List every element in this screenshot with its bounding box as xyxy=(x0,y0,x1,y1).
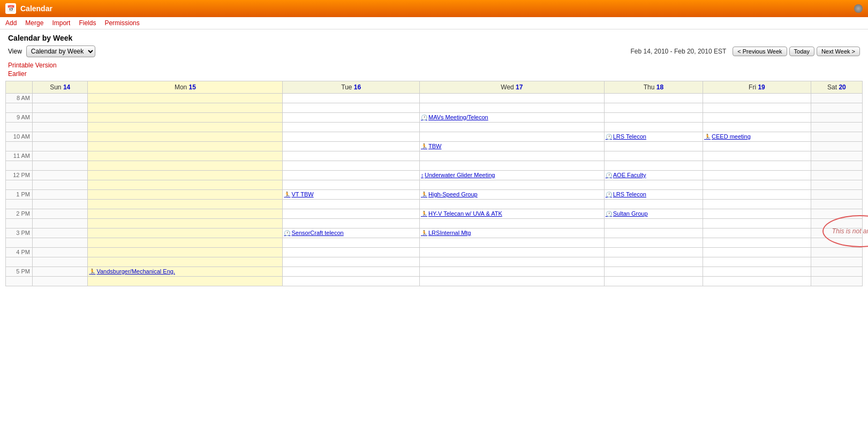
cell-fri-3pm xyxy=(703,229,811,238)
cell-tue-12pm xyxy=(283,171,420,180)
cell-thu-330pm xyxy=(604,238,703,248)
cell-thu-2pm: 🕐Sultan Group xyxy=(604,209,703,219)
sat-date-link[interactable]: 20 xyxy=(839,83,846,91)
printable-version-link[interactable]: Printable Version xyxy=(8,62,860,69)
event-underwater-glider[interactable]: ↕Underwater Glider Meeting xyxy=(421,171,603,179)
cell-sat-430pm xyxy=(811,257,862,267)
header-fri: Fri 19 xyxy=(703,81,811,94)
row-3pm: 3 PM 🕐SensorCraft telecon 🏃LRSInternal M… xyxy=(6,229,863,238)
clock-icon-6: 🕐 xyxy=(284,230,290,236)
earlier-link[interactable]: Earlier xyxy=(8,70,860,78)
time-130pm xyxy=(6,200,33,209)
event-ceed-meeting[interactable]: 🏃CEED meeting xyxy=(704,133,810,140)
cell-wed-11am xyxy=(420,151,605,161)
event-lrs-internal-mtg[interactable]: 🏃LRSInternal Mtg xyxy=(421,229,603,237)
cell-sun-3pm xyxy=(33,229,88,238)
next-week-button[interactable]: Next Week > xyxy=(817,47,860,56)
cell-fri-930am xyxy=(703,123,811,132)
cell-thu-1030am xyxy=(604,142,703,151)
app-title: Calendar xyxy=(20,4,52,13)
menu-permissions[interactable]: Permissions xyxy=(104,19,139,27)
cell-tue-9am xyxy=(283,113,420,123)
mon-date-link[interactable]: 15 xyxy=(189,83,196,91)
event-vt-tbw[interactable]: 🏃VT TBW xyxy=(284,191,418,198)
event-vandsburger[interactable]: 🏃Vandsburger/Mechanical Eng. xyxy=(89,268,281,275)
cell-sat-830am xyxy=(811,103,862,113)
clock-icon-2: 🕐 xyxy=(606,134,612,140)
sun-date-link[interactable]: 14 xyxy=(63,83,70,91)
fri-date-link[interactable]: 19 xyxy=(758,83,765,91)
time-1030am xyxy=(6,142,33,151)
time-11am: 11 AM xyxy=(6,151,33,161)
cell-sat-4pm xyxy=(811,248,862,257)
cell-tue-8am xyxy=(283,94,420,103)
event-lrs-telecon-10[interactable]: 🕐LRS Telecon xyxy=(606,133,701,140)
cell-sun-530pm xyxy=(33,277,88,286)
menu-add[interactable]: Add xyxy=(5,19,17,27)
view-row: View Calendar by Week Feb 14, 2010 - Feb… xyxy=(8,45,860,57)
row-830am xyxy=(6,103,863,113)
cell-wed-530pm xyxy=(420,277,605,286)
menu-import[interactable]: Import xyxy=(52,19,70,27)
not-event-text: This is not an event xyxy=(832,227,868,235)
event-mavs-meeting[interactable]: 🕐MAVs Meeting/Telecon xyxy=(421,113,603,121)
cell-tue-530pm xyxy=(283,277,420,286)
clock-icon: 🕐 xyxy=(421,115,427,120)
menu-bar: Add Merge Import Fields Permissions xyxy=(0,17,868,29)
menu-merge[interactable]: Merge xyxy=(25,19,43,27)
cell-tue-1130am xyxy=(283,161,420,171)
cell-tue-830am xyxy=(283,103,420,113)
cell-fri-12pm xyxy=(703,171,811,180)
cell-tue-10am xyxy=(283,132,420,142)
cell-fri-330pm xyxy=(703,238,811,248)
time-8am: 8 AM xyxy=(6,94,33,103)
cell-mon-1030am xyxy=(88,142,283,151)
event-sultan-group[interactable]: 🕐Sultan Group xyxy=(606,210,701,217)
cell-sun-230pm xyxy=(33,219,88,229)
wed-date-link[interactable]: 17 xyxy=(516,83,523,91)
thu-date-link[interactable]: 18 xyxy=(656,83,663,91)
row-130pm xyxy=(6,200,863,209)
today-button[interactable]: Today xyxy=(789,47,814,56)
time-9am: 9 AM xyxy=(6,113,33,123)
cell-sat-2pm: This is not an event xyxy=(811,209,862,219)
cell-sun-830am xyxy=(33,103,88,113)
event-sensorcraft-telecon[interactable]: 🕐SensorCraft telecon xyxy=(284,229,418,237)
prev-week-button[interactable]: < Previous Week xyxy=(733,47,787,56)
time-530pm xyxy=(6,277,33,286)
cell-thu-3pm xyxy=(604,229,703,238)
cell-tue-130pm xyxy=(283,200,420,209)
view-select[interactable]: Calendar by Week xyxy=(26,45,95,57)
event-aoe-faculty[interactable]: 🕐AOE Faculty xyxy=(606,171,701,179)
page-header: Calendar by Week View Calendar by Week F… xyxy=(0,29,868,59)
event-lrs-telecon-1pm[interactable]: 🕐LRS Telecon xyxy=(606,191,701,198)
tue-date-link[interactable]: 16 xyxy=(354,83,361,91)
header-wed: Wed 17 xyxy=(420,81,605,94)
cell-wed-4pm xyxy=(420,248,605,257)
view-label: View xyxy=(8,48,22,55)
cell-fri-9am xyxy=(703,113,811,123)
cell-fri-530pm xyxy=(703,277,811,286)
cell-mon-5pm: 🏃Vandsburger/Mechanical Eng. xyxy=(88,267,283,277)
cell-mon-9am xyxy=(88,113,283,123)
cell-mon-530pm xyxy=(88,277,283,286)
cell-thu-530pm xyxy=(604,277,703,286)
row-530pm xyxy=(6,277,863,286)
event-high-speed-group[interactable]: 🏃High-Speed Group xyxy=(421,191,603,198)
header-mon: Mon 15 xyxy=(88,81,283,94)
links-row: Printable Version Earlier xyxy=(0,59,868,81)
cell-fri-230pm xyxy=(703,219,811,229)
row-430pm xyxy=(6,257,863,267)
event-hyv-telecan[interactable]: 🏃HY-V Telecan w/ UVA & ATK xyxy=(421,210,603,217)
cell-sun-1pm xyxy=(33,190,88,200)
row-1pm: 1 PM 🏃VT TBW 🏃High-Speed Group 🕐LRS Tele… xyxy=(6,190,863,200)
cell-fri-430pm xyxy=(703,257,811,267)
cell-thu-1230pm xyxy=(604,180,703,190)
close-button[interactable] xyxy=(854,4,863,13)
cell-fri-8am xyxy=(703,94,811,103)
cell-tue-1230pm xyxy=(283,180,420,190)
event-tbw[interactable]: 🏃TBW xyxy=(421,142,603,150)
menu-fields[interactable]: Fields xyxy=(79,19,96,27)
cell-fri-130pm xyxy=(703,200,811,209)
run-icon-6: 🏃 xyxy=(421,230,427,236)
